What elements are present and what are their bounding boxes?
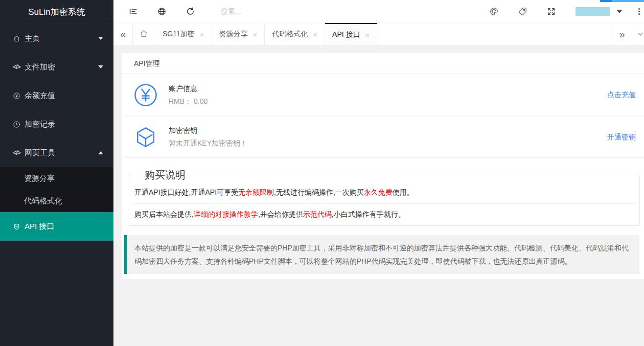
chevron-up-icon <box>98 151 103 154</box>
close-icon[interactable]: × <box>313 31 317 38</box>
tab-home[interactable] <box>133 23 155 45</box>
chevron-down-icon <box>98 65 103 68</box>
refresh-icon[interactable] <box>181 0 199 22</box>
code-icon: </> <box>13 63 20 71</box>
purchase-instructions-fieldset: 购买说明 开通API接口好处,开通API可享受无余额限制,无线进行编码操作,一次… <box>129 168 640 226</box>
tab-bar: « SG11加密 × 资源分享 × 代码格式化 × API 接口 × <box>113 23 644 46</box>
product-description-quote: 本站提供的加密是一款可以满足您安全需要的PHP加密工具，采用非对称加密和不可逆的… <box>124 235 639 274</box>
sidebar-item-label: 网页工具 <box>25 148 55 158</box>
close-icon[interactable]: × <box>200 31 204 38</box>
home-icon <box>13 34 20 42</box>
close-icon[interactable]: × <box>253 31 258 38</box>
collapse-menu-icon[interactable] <box>124 0 142 22</box>
yen-circle-icon <box>13 91 20 100</box>
tabs-scroll-right-button[interactable]: » <box>610 23 634 45</box>
clock-icon <box>13 120 20 128</box>
tab-label: 代码格式化 <box>272 30 308 39</box>
tab-label: 资源分享 <box>219 30 248 39</box>
sidebar-item-balance-recharge[interactable]: 余额充值 <box>0 81 113 110</box>
tabs-scroll-left-button[interactable]: « <box>113 23 133 45</box>
encrypt-key-text: 加密密钥 暂未开通KEY加密密钥！ <box>169 126 247 148</box>
open-key-link[interactable]: 开通密钥 <box>607 133 636 142</box>
palette-icon[interactable] <box>485 0 503 22</box>
shield-check-icon <box>13 222 20 230</box>
yen-circle-icon <box>134 83 157 107</box>
more-vertical-icon[interactable] <box>634 8 644 15</box>
tab-api[interactable]: API 接口 × <box>325 23 377 45</box>
purchase-line-2: 购买后本站会提供,详细的对接操作教学,并会给你提供示范代码,小白式操作有手就行。 <box>132 203 637 225</box>
search-input[interactable] <box>221 7 364 15</box>
api-management-card: API管理 账户信息 RMB： 0.00 点击充值 <box>122 53 644 279</box>
sidebar-item-label: 余额充值 <box>25 91 55 101</box>
encrypt-key-title: 加密密钥 <box>169 126 247 135</box>
fullscreen-icon[interactable] <box>542 0 560 22</box>
tab-code-format[interactable]: 代码格式化 × <box>265 23 325 45</box>
chevron-down-icon[interactable] <box>616 10 623 13</box>
encrypt-key-status: 暂未开通KEY加密密钥！ <box>169 139 247 148</box>
globe-icon[interactable] <box>152 0 171 22</box>
top-navbar <box>113 0 644 23</box>
sidebar-item-label: 资源分享 <box>24 174 55 183</box>
sidebar-item-label: 加密记录 <box>25 120 55 129</box>
navbar-left <box>113 0 364 22</box>
recharge-link[interactable]: 点击充值 <box>607 90 636 100</box>
user-name-block[interactable] <box>576 7 610 16</box>
sidebar-item-home[interactable]: 主页 <box>0 24 113 53</box>
account-info-row: 账户信息 RMB： 0.00 点击充值 <box>122 74 644 117</box>
loading-progress-bar <box>600 0 644 2</box>
tab-sg11[interactable]: SG11加密 × <box>155 23 212 45</box>
code-icon: </> <box>13 149 20 157</box>
account-info-text: 账户信息 RMB： 0.00 <box>169 84 208 106</box>
tab-label: API 接口 <box>332 30 360 39</box>
purchase-line-1: 开通API接口好处,开通API可享受无余额限制,无线进行编码操作,一次购买永久免… <box>132 182 637 203</box>
content-area: API管理 账户信息 RMB： 0.00 点击充值 <box>113 46 644 346</box>
encrypt-key-row: 加密密钥 暂未开通KEY加密密钥！ 开通密钥 <box>122 117 644 158</box>
sidebar-item-file-encrypt[interactable]: </> 文件加密 <box>0 53 113 81</box>
app-title: SuLin加密系统 <box>0 0 113 24</box>
account-info-title: 账户信息 <box>169 84 208 94</box>
tab-actions-dropdown[interactable] <box>634 23 644 45</box>
sidebar-item-code-format[interactable]: 代码格式化 <box>0 190 113 212</box>
app-window: SuLin加密系统 主页 </> 文件加密 余额充值 加密记录 <box>0 0 644 346</box>
sidebar-item-web-tools[interactable]: </> 网页工具 <box>0 139 113 167</box>
sidebar-item-label: 文件加密 <box>25 62 55 72</box>
sidebar-item-resource-share[interactable]: 资源分享 <box>0 167 113 190</box>
sidebar-item-label: API 接口 <box>25 222 54 232</box>
search-box <box>221 7 364 15</box>
close-icon[interactable]: × <box>365 31 370 39</box>
home-icon <box>140 29 148 39</box>
sidebar-item-api[interactable]: API 接口 <box>0 212 113 241</box>
main-area: « SG11加密 × 资源分享 × 代码格式化 × API 接口 × <box>113 0 644 346</box>
tab-resource-share[interactable]: 资源分享 × <box>212 23 265 45</box>
sidebar: SuLin加密系统 主页 </> 文件加密 余额充值 加密记录 <box>0 0 113 346</box>
sidebar-item-encrypt-records[interactable]: 加密记录 <box>0 110 113 139</box>
navbar-right <box>474 0 644 22</box>
tab-label: SG11加密 <box>163 30 195 39</box>
page-title: API管理 <box>122 53 644 74</box>
purchase-instructions-legend: 购买说明 <box>140 168 191 182</box>
chevron-down-icon <box>636 30 644 38</box>
sidebar-submenu-web-tools: 资源分享 代码格式化 API 接口 <box>0 167 113 241</box>
sidebar-item-label: 主页 <box>25 34 40 43</box>
chevron-down-icon <box>98 37 103 40</box>
sidebar-item-label: 代码格式化 <box>24 196 62 206</box>
account-balance: RMB： 0.00 <box>169 97 208 106</box>
tag-icon[interactable] <box>513 0 532 22</box>
cube-icon <box>134 126 157 149</box>
tabbar-spacer <box>377 23 610 45</box>
